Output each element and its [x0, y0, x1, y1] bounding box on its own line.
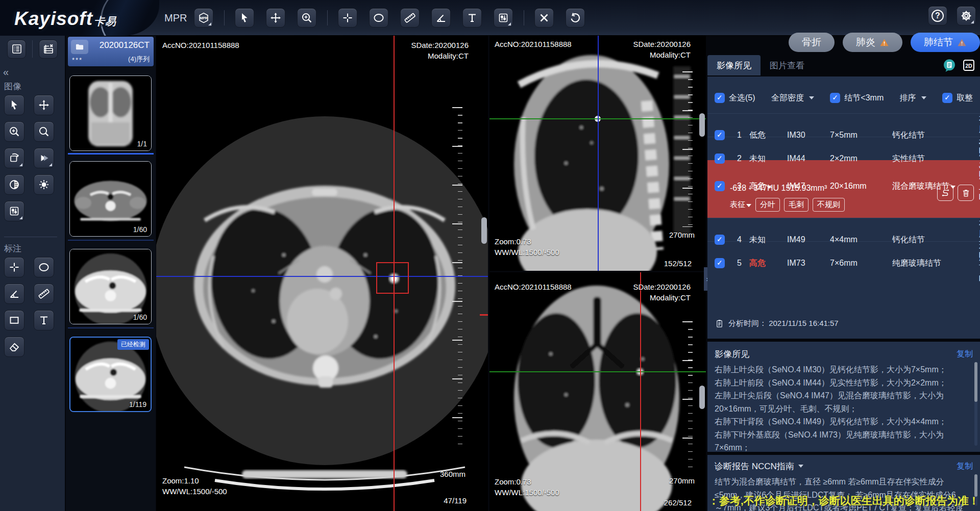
text-tool-button[interactable]	[462, 8, 482, 28]
thumbnail-scout[interactable]: 1/1	[69, 75, 152, 151]
collapse-rail-button[interactable]: «	[3, 66, 9, 78]
checkbox-checked[interactable]	[715, 235, 725, 245]
findings-text: 右肺上叶尖段（SeNO.4 IM30）见钙化结节影，大小为7×5mm； 右肺上叶…	[715, 363, 973, 453]
window-level: WW/WL:1500/-500	[495, 247, 559, 258]
rail-pan-button[interactable]	[34, 95, 54, 115]
ruler-tool-button[interactable]	[400, 8, 420, 28]
checkbox-checked[interactable]	[715, 258, 725, 268]
thumbnail-axial-soft[interactable]: 1/60	[69, 249, 152, 324]
nodule-row-1[interactable]: 1 低危 IM30 7×5mm 钙化结节 右肺上叶	[707, 113, 980, 137]
chevron-down-icon[interactable]	[798, 465, 803, 468]
coronal-crosshair-horizontal	[489, 371, 706, 372]
mpr-hexagon-icon: MPR	[198, 12, 210, 24]
sort-dropdown[interactable]: 排序	[900, 93, 926, 104]
mpr-mode-button[interactable]: MPR	[194, 8, 213, 28]
pan-tool-button[interactable]	[266, 8, 285, 28]
findings-scrollbar-thumb[interactable]	[974, 362, 977, 402]
mode-lung-nodule-button[interactable]: 肺结节	[911, 33, 980, 52]
density-filter-dropdown[interactable]: 全部密度	[771, 93, 814, 104]
sagittal-crosshair-vertical	[598, 36, 599, 271]
eraser-icon	[8, 341, 20, 353]
layout-close-button[interactable]	[39, 40, 58, 59]
report-copy-button[interactable]: 复制	[957, 461, 973, 472]
feature-dropdown[interactable]: 表征	[730, 200, 751, 210]
rail-text-button[interactable]	[34, 310, 54, 330]
nodule-roi-box[interactable]	[376, 262, 409, 294]
tab-image-view[interactable]: 图片查看	[761, 55, 814, 75]
pointer-tool-button[interactable]	[235, 8, 254, 28]
tab-image-findings[interactable]: 影像所见	[707, 55, 761, 75]
mode-fracture-button[interactable]: 骨折	[789, 33, 835, 52]
ellipse-tool-button[interactable]	[369, 8, 388, 28]
axial-scrollbar-thumb[interactable]	[481, 217, 487, 244]
coronal-zoom-wwwl: Zoom:0.73 WW/WL:1500/-500	[495, 476, 559, 498]
feature-tag-lobulation: 分叶	[755, 198, 780, 212]
coronal-scrollbar-thumb[interactable]	[699, 386, 705, 409]
rail-zoom-button[interactable]	[4, 121, 24, 142]
nodule-row-4[interactable]: 4 未知 IM49 4×4mm 钙化结节 右肺下叶	[707, 218, 980, 241]
zoom-level: Zoom:1.10	[162, 475, 227, 486]
nodule-risk: 未知	[749, 235, 787, 245]
rail-crosshair-button[interactable]	[4, 257, 24, 277]
axial-scale-ruler	[452, 107, 462, 446]
checkbox-checked[interactable]	[715, 130, 725, 140]
report-bubble-icon[interactable]	[942, 58, 957, 72]
trash-icon	[961, 188, 971, 198]
rotate-ccw-icon	[569, 12, 581, 24]
findings-copy-button[interactable]: 复制	[957, 349, 973, 360]
sagittal-slice-counter: 152/512	[664, 258, 692, 269]
2d-view-icon[interactable]: 2D	[962, 58, 976, 72]
levels-icon	[497, 12, 509, 24]
checkbox-checked[interactable]	[715, 93, 725, 103]
rail-invert-button[interactable]	[4, 174, 24, 195]
series-header[interactable]: 20200126CT *** (4)序列	[68, 37, 154, 66]
rail-window-level-button[interactable]	[4, 201, 24, 221]
checkbox-checked[interactable]	[715, 154, 725, 164]
checkbox-checked[interactable]	[830, 93, 840, 103]
zoom-level: Zoom:0.73	[495, 236, 559, 247]
series-list-button[interactable]	[7, 40, 26, 59]
nodule-size: 2×2mm	[830, 154, 892, 163]
reset-button[interactable]	[566, 8, 585, 28]
thumbnail-axial-bone[interactable]: 1/60	[69, 161, 152, 237]
rail-brightness-button[interactable]	[34, 174, 54, 195]
sagittal-scrollbar-thumb[interactable]	[699, 113, 705, 137]
sagittal-viewport[interactable]: AccNO:202101158888 SDate:20200126 Modali…	[489, 36, 706, 271]
mode-pneumonia-button[interactable]: 肺炎	[843, 33, 902, 52]
coronal-viewport[interactable]: AccNO:202101158888 SDate:20200126 Modali…	[489, 272, 706, 511]
clipboard-icon	[715, 319, 724, 328]
finding-line: 右肺下叶背段（SeNO.4 IM49）见钙化结节影，大小为4×4mm；	[715, 415, 964, 428]
round-checkbox[interactable]: 取整	[942, 93, 973, 104]
angle-tool-button[interactable]	[431, 8, 451, 28]
sagittal-study-date: SDate:20200126 Modality:CT	[633, 39, 691, 60]
small-nodule-checkbox[interactable]: 结节<3mm	[830, 93, 884, 104]
finding-line: 左肺上叶尖后段（SeNO.4 IM47）见混合磨玻璃结节影，大小为20×16mm…	[715, 389, 964, 415]
crosshair-tool-button[interactable]	[338, 8, 357, 28]
rail-angle-button[interactable]	[4, 284, 24, 304]
rail-rotate-button[interactable]	[4, 148, 24, 168]
rail-cine-button[interactable]	[34, 148, 54, 168]
zoom-tool-button[interactable]	[297, 8, 316, 28]
checkbox-checked[interactable]	[942, 93, 952, 103]
delete-annotation-button[interactable]	[534, 8, 554, 28]
axial-viewport[interactable]: AccNO:202101158888 SDate:20200126 Modali…	[156, 36, 488, 511]
rail-rectangle-button[interactable]	[4, 310, 24, 330]
rail-magnify-button[interactable]	[34, 121, 54, 142]
ai-findings-panel: › 骨折 肺炎 肺结节 影像所见 图片查看 2D 全选(5) 全部密度 结节<3…	[707, 32, 980, 511]
follow-up-button[interactable]	[937, 185, 953, 201]
analysis-time-text: 分析时间： 2021/11/15 16:41:57	[728, 319, 839, 328]
rail-ruler-button[interactable]	[34, 284, 54, 304]
rail-pointer-button[interactable]	[4, 95, 24, 115]
settings-button[interactable]	[957, 6, 976, 25]
folder-icon	[75, 42, 85, 52]
nodule-row-3-selected[interactable]: 3 高危 IM47 20×16mm 混合磨玻璃结节 左肺上叶 -618 - 34…	[707, 160, 980, 218]
window-level-button[interactable]	[494, 8, 513, 28]
help-button[interactable]: ?	[928, 6, 947, 25]
delete-nodule-button[interactable]	[958, 185, 974, 201]
rail-eraser-button[interactable]	[4, 337, 24, 357]
rail-ellipse-button[interactable]	[34, 257, 54, 277]
play-icon	[38, 152, 50, 164]
select-all-checkbox[interactable]: 全选(5)	[715, 93, 755, 104]
thumbnail-axial-detected[interactable]: 已经检测 1/119	[69, 337, 152, 412]
zoom-level: Zoom:0.73	[495, 476, 559, 487]
